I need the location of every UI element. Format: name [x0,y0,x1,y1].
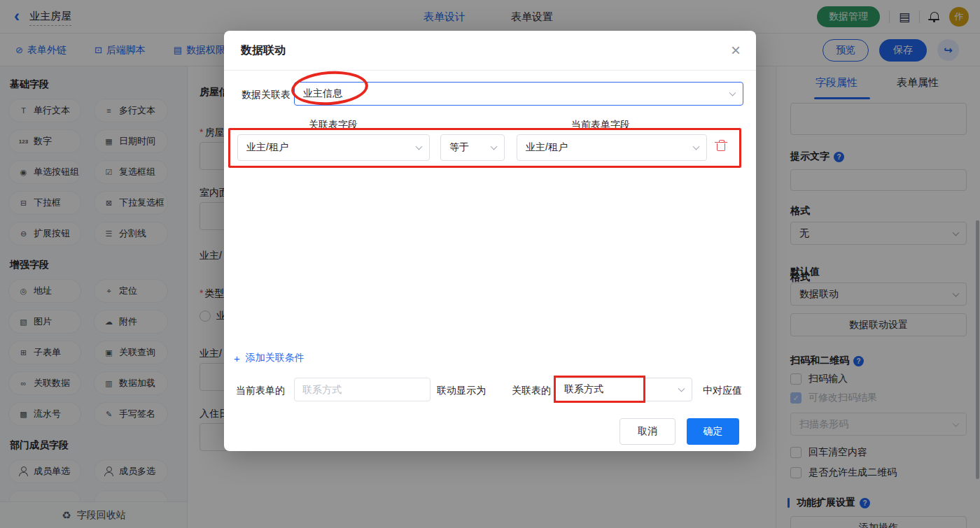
confirm-button[interactable]: 确定 [687,418,739,445]
suffix-label: 中对应值 [703,385,742,397]
chevron-down-icon [693,143,700,150]
chevron-down-icon [729,90,736,97]
add-condition-label: 添加关联条件 [246,352,304,364]
condition-right-select[interactable]: 业主/租户 [517,134,707,161]
plus-icon: + [234,352,240,364]
chevron-down-icon [678,385,685,392]
delete-condition-trash-icon[interactable] [716,140,726,151]
app-window: ‹ 业主房屋 表单设计 表单设置 数据管理 ▤ 作 ⊘ 表单外链 ⊡ 后端脚本 … [0,0,980,528]
condition-left-select[interactable]: 业主/租户 [237,134,430,161]
linkage-field-input[interactable] [294,378,430,401]
close-icon[interactable]: × [731,41,741,60]
column-header-relation-field: 关联表字段 [309,119,358,131]
condition-left-value: 业主/租户 [246,141,288,154]
column-header-current-field: 当前表单字段 [571,119,630,131]
condition-right-value: 业主/租户 [526,141,568,154]
relation-field-value: 联系方式 [564,383,603,396]
current-form-prefix-label: 当前表单的 [236,385,285,397]
dialog-header: 数据联动 × [224,31,756,71]
relation-table-prefix-label: 关联表的 [512,385,551,397]
condition-operator-value: 等于 [449,141,469,154]
relation-table-label: 数据关联表 [241,89,290,101]
cancel-button[interactable]: 取消 [620,418,676,445]
relation-table-select[interactable]: 业主信息 [294,82,743,106]
relation-table-value: 业主信息 [303,87,342,100]
add-condition-link[interactable]: + 添加关联条件 [234,352,304,364]
chevron-down-icon [416,143,423,150]
linkage-middle-label: 联动显示为 [437,385,486,397]
dialog-title: 数据联动 [241,43,286,58]
data-linkage-dialog: 数据联动 × 数据关联表 业主信息 关联表字段 当前表单字段 业主/租户 等于 … [224,31,756,451]
relation-field-select[interactable]: 联系方式 [555,378,692,401]
condition-operator-select[interactable]: 等于 [440,134,505,161]
chevron-down-icon [491,143,498,150]
